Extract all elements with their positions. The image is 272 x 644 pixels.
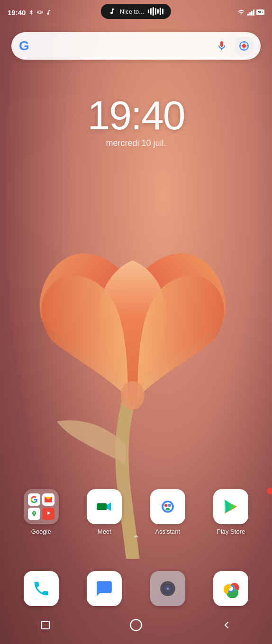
- app-label-assistant: Assistant: [155, 528, 180, 535]
- app-label-playstore: Play Store: [217, 528, 245, 535]
- google-logo: G: [19, 38, 29, 54]
- dock-item-phone[interactable]: [24, 571, 59, 606]
- svg-point-10: [168, 504, 171, 507]
- svg-point-11: [165, 508, 170, 511]
- clock-time: 19:40: [0, 95, 272, 135]
- music-note-icon: [45, 9, 52, 16]
- app-label-meet: Meet: [98, 528, 111, 535]
- google-lens-button[interactable]: [235, 37, 253, 55]
- app-item-meet[interactable]: Meet: [87, 489, 122, 535]
- vibrate-icon: [37, 9, 43, 16]
- dock-item-chrome[interactable]: [213, 571, 248, 606]
- status-time: 19:40: [8, 9, 52, 17]
- svg-point-17: [166, 588, 169, 590]
- folder-google-icon: [28, 493, 40, 506]
- music-pill[interactable]: Nice to...: [101, 4, 171, 19]
- clock-date: mercredi 10 juil.: [0, 138, 272, 148]
- messages-icon[interactable]: [87, 571, 122, 606]
- notification-badge: [267, 488, 272, 494]
- bottom-dock: [0, 571, 272, 606]
- folder-youtube-icon: [42, 508, 54, 520]
- status-right-icons: 5G: [237, 9, 264, 16]
- bluetooth-icon: [28, 9, 34, 16]
- svg-marker-3: [47, 511, 50, 515]
- music-waveform: [148, 7, 163, 16]
- app-row: Google Meet Assistant: [0, 489, 272, 535]
- google-search-bar[interactable]: G: [11, 32, 261, 60]
- camera-icon[interactable]: [150, 571, 185, 606]
- svg-point-9: [164, 504, 167, 507]
- svg-rect-20: [42, 621, 49, 629]
- svg-point-0: [121, 381, 145, 410]
- back-button[interactable]: [215, 614, 238, 636]
- app-item-playstore[interactable]: Play Store: [213, 489, 248, 535]
- voice-search-button[interactable]: [213, 37, 230, 54]
- recents-button[interactable]: [34, 614, 57, 636]
- signal-bars: [247, 9, 254, 16]
- app-item-google[interactable]: Google: [24, 489, 59, 535]
- folder-maps-icon: [28, 508, 40, 520]
- dock-item-messages[interactable]: [87, 571, 122, 606]
- chrome-icon[interactable]: [213, 571, 248, 606]
- dock-item-camera[interactable]: [150, 571, 185, 606]
- home-button[interactable]: [125, 614, 147, 636]
- svg-point-21: [130, 619, 141, 630]
- app-label-google: Google: [31, 528, 51, 535]
- music-pill-text: Nice to...: [120, 8, 144, 15]
- svg-point-2: [242, 44, 246, 48]
- meet-icon[interactable]: [87, 489, 122, 524]
- wifi-icon: [237, 9, 245, 16]
- music-pill-icon: [109, 8, 116, 15]
- folder-gmail-icon: [42, 493, 54, 506]
- clock-widget: 19:40 mercredi 10 juil.: [0, 95, 272, 148]
- google-folder-icon[interactable]: [24, 489, 59, 524]
- app-item-assistant[interactable]: Assistant: [150, 489, 185, 535]
- status-bar: 19:40 Nice to... 5G: [0, 0, 272, 25]
- navigation-bar: [0, 610, 272, 644]
- phone-icon[interactable]: [24, 571, 59, 606]
- 5g-badge: 5G: [256, 9, 264, 15]
- assistant-icon[interactable]: [150, 489, 185, 524]
- playstore-icon[interactable]: [213, 489, 248, 524]
